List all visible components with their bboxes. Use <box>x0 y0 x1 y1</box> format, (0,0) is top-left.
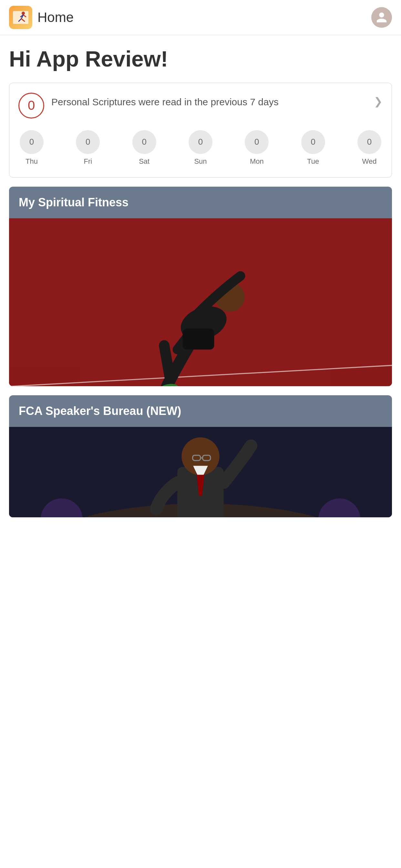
logo-svg <box>12 9 29 26</box>
day-item-sat: 0 Sat <box>132 130 156 166</box>
scripture-card[interactable]: 0 Personal Scriptures were read in the p… <box>9 83 392 178</box>
speaker-svg <box>9 427 392 517</box>
day-label-fri: Fri <box>84 157 92 166</box>
day-bubble-sat: 0 <box>132 130 156 154</box>
greeting-heading: Hi App Review! <box>9 47 392 71</box>
chevron-right-icon[interactable]: ❯ <box>374 93 382 107</box>
spiritual-fitness-header: My Spiritual Fitness <box>9 187 392 218</box>
day-item-fri: 0 Fri <box>76 130 100 166</box>
speakers-bureau-title: FCA Speaker's Bureau (NEW) <box>19 404 181 417</box>
day-item-wed: 0 Wed <box>358 130 381 166</box>
scripture-summary: 0 Personal Scriptures were read in the p… <box>19 93 382 119</box>
svg-rect-16 <box>183 329 214 349</box>
svg-rect-7 <box>9 218 392 386</box>
app-logo <box>9 6 32 29</box>
day-bubble-tue: 0 <box>301 130 325 154</box>
day-bubble-wed: 0 <box>358 130 381 154</box>
day-item-mon: 0 Mon <box>245 130 269 166</box>
day-item-tue: 0 Tue <box>301 130 325 166</box>
track-svg <box>9 218 392 386</box>
day-label-sat: Sat <box>139 157 150 166</box>
day-label-mon: Mon <box>250 157 264 166</box>
person-icon <box>375 11 388 24</box>
day-label-tue: Tue <box>307 157 319 166</box>
scripture-count-circle: 0 <box>19 93 44 119</box>
svg-rect-0 <box>13 11 28 24</box>
app-header: Home <box>0 0 401 35</box>
day-bubble-fri: 0 <box>76 130 100 154</box>
header-left: Home <box>9 6 73 29</box>
day-bubble-sun: 0 <box>189 130 212 154</box>
scripture-description: Personal Scriptures were read in the pre… <box>51 93 367 109</box>
day-bubble-thu: 0 <box>20 130 43 154</box>
header-title: Home <box>37 10 73 25</box>
speakers-bureau-section[interactable]: FCA Speaker's Bureau (NEW) <box>9 395 392 517</box>
day-label-wed: Wed <box>362 157 377 166</box>
profile-button[interactable] <box>371 7 392 28</box>
day-label-sun: Sun <box>194 157 207 166</box>
day-bubble-mon: 0 <box>245 130 269 154</box>
spiritual-fitness-title: My Spiritual Fitness <box>19 196 128 209</box>
day-label-thu: Thu <box>26 157 38 166</box>
day-tracker: 0 Thu 0 Fri 0 Sat 0 Sun 0 Mon <box>19 130 382 166</box>
speakers-bureau-header: FCA Speaker's Bureau (NEW) <box>9 395 392 427</box>
spiritual-fitness-section[interactable]: My Spiritual Fitness <box>9 187 392 386</box>
day-item-thu: 0 Thu <box>20 130 43 166</box>
svg-point-1 <box>22 11 25 15</box>
main-content: Hi App Review! 0 Personal Scriptures wer… <box>0 35 401 517</box>
day-item-sun: 0 Sun <box>189 130 212 166</box>
spiritual-fitness-image <box>9 218 392 386</box>
speakers-bureau-image <box>9 427 392 517</box>
